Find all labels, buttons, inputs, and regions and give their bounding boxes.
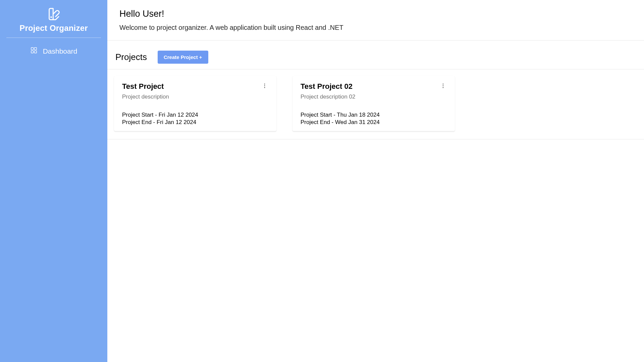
- svg-point-9: [443, 85, 443, 86]
- project-dates: Project Start - Thu Jan 18 2024 Project …: [301, 112, 447, 126]
- svg-point-7: [264, 87, 265, 88]
- svg-rect-1: [31, 48, 33, 50]
- create-project-button[interactable]: Create Project +: [158, 51, 208, 64]
- dashboard-icon: [30, 47, 38, 56]
- more-vertical-icon: [440, 83, 446, 90]
- sidebar-item-label: Dashboard: [43, 47, 77, 55]
- welcome-subtitle: Welcome to project organizer. A web appl…: [119, 24, 632, 32]
- sidebar: Project Organizer Dashboard: [0, 0, 107, 362]
- svg-point-10: [443, 87, 443, 88]
- svg-point-0: [50, 16, 52, 18]
- svg-rect-4: [34, 51, 37, 53]
- projects-section: Projects Create Project + Test Project P…: [107, 45, 644, 139]
- project-dates: Project Start - Fri Jan 12 2024 Project …: [122, 112, 268, 126]
- projects-grid: Test Project Project description Project…: [107, 69, 644, 139]
- main-content: Hello User! Welcome to project organizer…: [107, 0, 644, 362]
- projects-header: Projects Create Project +: [107, 45, 644, 69]
- svg-rect-2: [34, 48, 37, 50]
- svg-point-6: [264, 85, 265, 86]
- project-card[interactable]: Test Project Project description Project…: [114, 76, 276, 131]
- project-title: Test Project: [122, 82, 169, 91]
- welcome-title: Hello User!: [119, 9, 632, 19]
- project-start-date: Project Start - Thu Jan 18 2024: [301, 112, 447, 118]
- project-start-date: Project Start - Fri Jan 12 2024: [122, 112, 268, 118]
- svg-point-5: [264, 84, 265, 84]
- sidebar-divider: [6, 38, 101, 38]
- project-title: Test Project 02: [301, 82, 355, 91]
- more-vertical-icon: [262, 83, 268, 90]
- project-description: Project description: [122, 94, 169, 100]
- project-menu-button[interactable]: [439, 82, 447, 90]
- svg-point-8: [443, 84, 443, 84]
- app-title: Project Organizer: [19, 23, 88, 33]
- project-menu-button[interactable]: [261, 82, 268, 90]
- project-end-date: Project End - Wed Jan 31 2024: [301, 119, 447, 126]
- sidebar-item-dashboard[interactable]: Dashboard: [0, 44, 107, 58]
- svg-rect-3: [31, 51, 33, 53]
- project-card[interactable]: Test Project 02 Project description 02 P…: [292, 76, 455, 131]
- welcome-panel: Hello User! Welcome to project organizer…: [107, 0, 644, 41]
- project-end-date: Project End - Fri Jan 12 2024: [122, 119, 268, 126]
- project-description: Project description 02: [301, 94, 355, 100]
- projects-title: Projects: [115, 52, 147, 62]
- app-logo-icon: [47, 7, 60, 21]
